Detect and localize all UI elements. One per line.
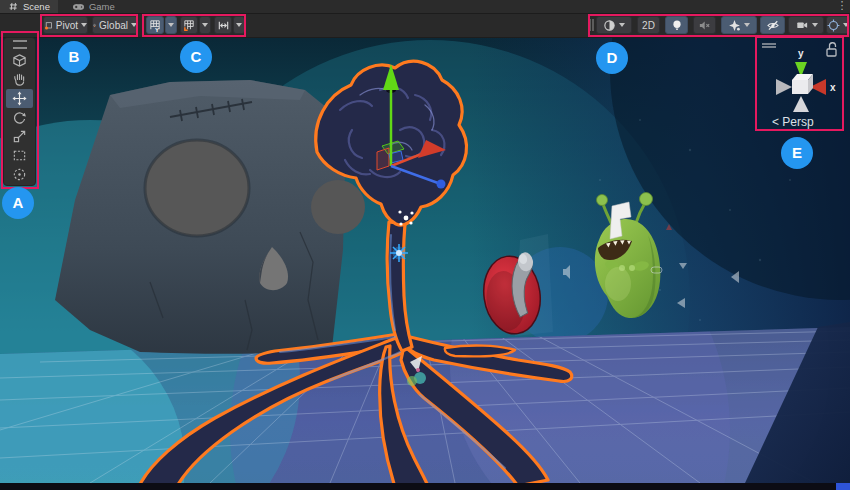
shading-sphere-icon [603, 19, 616, 32]
annotation-badge-a: A [2, 187, 34, 219]
snap-to-grid-dropdown[interactable] [199, 16, 211, 34]
2d-label: 2D [642, 20, 655, 31]
projection-label[interactable]: < Persp [772, 115, 814, 129]
hand-icon [12, 72, 27, 87]
chevron-down-icon [202, 23, 208, 27]
tab-scene-label: Scene [23, 1, 50, 12]
window-menu-icon[interactable]: ⋮ [836, 0, 848, 12]
grid-y-icon: Y [149, 19, 162, 32]
eye-slash-icon [766, 19, 780, 32]
camera-icon [795, 19, 809, 31]
tool-view-hand[interactable] [6, 70, 33, 89]
global-label: Global [99, 20, 128, 31]
chevron-down-icon [168, 23, 174, 27]
tab-scene[interactable]: Scene [0, 0, 58, 13]
chevron-down-icon [744, 23, 750, 27]
bottom-bar [0, 483, 850, 490]
snap-increment-icon [217, 19, 230, 32]
bottom-bar-accent [836, 483, 850, 490]
pivot-icon [44, 19, 53, 32]
scene-grid-icon [8, 1, 19, 12]
tool-box[interactable] [6, 51, 33, 70]
gizmos-toggle-button[interactable] [826, 16, 850, 34]
chevron-down-icon [236, 23, 242, 27]
toolbar-drag-handle[interactable] [589, 19, 594, 31]
scene-visibility-button[interactable] [760, 16, 785, 34]
rect-tool-icon [12, 148, 27, 163]
gizmos-crosshair-icon [827, 19, 840, 32]
cube-icon [12, 53, 27, 68]
2d-toggle-button[interactable]: 2D [637, 16, 660, 34]
snap-increment-dropdown[interactable] [233, 16, 245, 34]
tab-game-label: Game [89, 1, 115, 12]
orientation-mode-button[interactable]: Global [92, 16, 138, 34]
speaker-muted-icon [698, 19, 711, 32]
gamepad-icon [72, 1, 85, 12]
chevron-down-icon [812, 23, 818, 27]
tool-scale[interactable] [6, 127, 33, 146]
effects-star-icon [728, 19, 741, 32]
tools-overlay [3, 37, 36, 186]
annotation-badge-c: C [180, 41, 212, 73]
scene-toolbar: Pivot Global Y [0, 13, 850, 38]
scale-icon [12, 129, 27, 144]
annotation-badge-e: E [781, 137, 813, 169]
snap-grid-icon [183, 19, 196, 32]
chevron-down-icon [131, 23, 137, 27]
tab-game[interactable]: Game [64, 0, 123, 13]
svg-text:Y: Y [155, 26, 159, 31]
pivot-label: Pivot [56, 20, 78, 31]
scene-effects-button[interactable] [721, 16, 757, 34]
unity-scene-view: Scene Game ⋮ Pivot [0, 0, 850, 490]
snap-to-grid-button[interactable] [180, 16, 198, 34]
move-icon [12, 91, 27, 106]
audio-toggle-button[interactable] [693, 16, 716, 34]
globe-icon [93, 19, 96, 32]
camera-settings-button[interactable] [788, 16, 824, 34]
chevron-down-icon [81, 23, 87, 27]
gizmo-center-cube[interactable] [792, 80, 808, 94]
light-bulb-icon [671, 19, 683, 32]
scene-lighting-button[interactable] [665, 16, 688, 34]
grid-visibility-dropdown[interactable] [165, 16, 177, 34]
scene-viewport[interactable]: y x < Persp [0, 37, 850, 483]
tool-rotate[interactable] [6, 108, 33, 127]
transform-tool-icon [12, 167, 27, 182]
axis-y-label: y [798, 48, 804, 59]
rotate-icon [12, 110, 27, 125]
snap-increment-button[interactable] [214, 16, 232, 34]
chevron-down-icon [843, 23, 849, 27]
tools-drag-handle-icon[interactable] [13, 40, 27, 49]
annotation-badge-d: D [596, 42, 628, 74]
grid-visibility-button[interactable]: Y [146, 16, 164, 34]
pivot-mode-button[interactable]: Pivot [43, 16, 88, 34]
tool-transform[interactable] [6, 165, 33, 184]
annotation-badge-b: B [58, 41, 90, 73]
chevron-down-icon [619, 23, 625, 27]
tool-move[interactable] [6, 89, 33, 108]
axis-x-label: x [830, 82, 836, 93]
tab-strip: Scene Game ⋮ [0, 0, 850, 14]
shading-mode-button[interactable] [596, 16, 632, 34]
tool-rect[interactable] [6, 146, 33, 165]
